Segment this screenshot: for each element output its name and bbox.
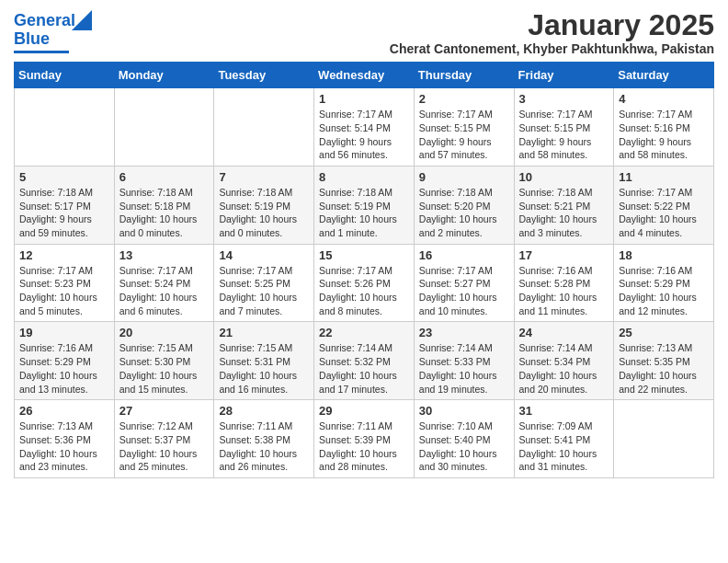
day-info: Sunrise: 7:14 AM Sunset: 5:33 PM Dayligh… [419,341,509,396]
table-cell: 30Sunrise: 7:10 AM Sunset: 5:40 PM Dayli… [414,400,514,478]
title-block: January 2025 Cherat Cantonement, Khyber … [390,9,714,56]
table-cell: 4Sunrise: 7:17 AM Sunset: 5:16 PM Daylig… [614,88,714,167]
day-info: Sunrise: 7:18 AM Sunset: 5:17 PM Dayligh… [19,186,109,240]
table-cell [214,88,314,167]
day-number: 8 [319,170,409,184]
header-friday: Friday [514,63,614,88]
day-info: Sunrise: 7:17 AM Sunset: 5:22 PM Dayligh… [619,186,709,240]
calendar-title: January 2025 [390,9,714,41]
day-info: Sunrise: 7:18 AM Sunset: 5:19 PM Dayligh… [219,186,309,240]
day-number: 3 [519,92,609,106]
day-number: 17 [519,248,609,262]
table-cell: 17Sunrise: 7:16 AM Sunset: 5:28 PM Dayli… [514,244,614,322]
header-thursday: Thursday [414,63,514,88]
day-info: Sunrise: 7:11 AM Sunset: 5:38 PM Dayligh… [219,419,309,474]
table-cell [15,88,115,167]
day-info: Sunrise: 7:10 AM Sunset: 5:40 PM Dayligh… [419,419,509,474]
table-cell: 1Sunrise: 7:17 AM Sunset: 5:14 PM Daylig… [314,88,415,167]
table-cell: 8Sunrise: 7:18 AM Sunset: 5:19 PM Daylig… [314,166,415,244]
table-cell: 2Sunrise: 7:17 AM Sunset: 5:15 PM Daylig… [414,88,514,167]
day-number: 14 [219,248,309,262]
day-info: Sunrise: 7:13 AM Sunset: 5:35 PM Dayligh… [619,341,709,396]
day-info: Sunrise: 7:09 AM Sunset: 5:41 PM Dayligh… [519,419,609,474]
header-tuesday: Tuesday [214,63,314,88]
day-number: 24 [519,326,609,339]
table-cell: 20Sunrise: 7:15 AM Sunset: 5:30 PM Dayli… [114,322,214,400]
table-cell: 21Sunrise: 7:15 AM Sunset: 5:31 PM Dayli… [214,322,314,400]
table-cell: 5Sunrise: 7:18 AM Sunset: 5:17 PM Daylig… [15,166,115,244]
day-number: 7 [219,170,309,184]
day-info: Sunrise: 7:15 AM Sunset: 5:31 PM Dayligh… [219,341,309,396]
day-number: 9 [419,170,509,184]
day-info: Sunrise: 7:15 AM Sunset: 5:30 PM Dayligh… [119,341,210,396]
day-number: 27 [119,404,210,418]
day-number: 18 [619,248,709,262]
day-number: 5 [19,170,109,184]
calendar-table: Sunday Monday Tuesday Wednesday Thursday… [14,62,714,478]
day-info: Sunrise: 7:12 AM Sunset: 5:37 PM Dayligh… [119,419,210,474]
header-sunday: Sunday [15,63,115,88]
table-cell: 15Sunrise: 7:17 AM Sunset: 5:26 PM Dayli… [314,244,415,322]
day-info: Sunrise: 7:11 AM Sunset: 5:39 PM Dayligh… [319,419,409,474]
day-info: Sunrise: 7:17 AM Sunset: 5:15 PM Dayligh… [419,108,509,162]
day-info: Sunrise: 7:13 AM Sunset: 5:36 PM Dayligh… [19,419,109,474]
table-cell: 11Sunrise: 7:17 AM Sunset: 5:22 PM Dayli… [614,166,714,244]
day-number: 15 [319,248,409,262]
day-info: Sunrise: 7:14 AM Sunset: 5:34 PM Dayligh… [519,341,609,396]
day-number: 19 [19,326,109,339]
day-number: 12 [19,248,109,262]
day-number: 30 [419,404,509,418]
day-number: 21 [219,326,309,339]
table-cell: 27Sunrise: 7:12 AM Sunset: 5:37 PM Dayli… [114,400,214,478]
day-number: 26 [19,404,109,418]
day-info: Sunrise: 7:17 AM Sunset: 5:24 PM Dayligh… [119,264,210,318]
logo-line [14,51,69,53]
day-info: Sunrise: 7:18 AM Sunset: 5:18 PM Dayligh… [119,186,210,240]
day-number: 11 [619,170,709,184]
day-number: 23 [419,326,509,339]
table-cell: 14Sunrise: 7:17 AM Sunset: 5:25 PM Dayli… [214,244,314,322]
table-cell: 29Sunrise: 7:11 AM Sunset: 5:39 PM Dayli… [314,400,415,478]
table-cell: 18Sunrise: 7:16 AM Sunset: 5:29 PM Dayli… [614,244,714,322]
header-wednesday: Wednesday [314,63,415,88]
table-cell [114,88,214,167]
day-info: Sunrise: 7:17 AM Sunset: 5:14 PM Dayligh… [319,108,409,162]
week-row-1: 5Sunrise: 7:18 AM Sunset: 5:17 PM Daylig… [15,166,714,244]
logo: General Blue [14,12,92,53]
day-info: Sunrise: 7:16 AM Sunset: 5:29 PM Dayligh… [19,341,109,396]
week-row-2: 12Sunrise: 7:17 AM Sunset: 5:23 PM Dayli… [15,244,714,322]
day-number: 10 [519,170,609,184]
logo-icon [72,10,92,30]
day-number: 13 [119,248,210,262]
page-header: General Blue January 2025 Cherat Cantone… [14,9,714,56]
day-number: 2 [419,92,509,106]
day-number: 1 [319,92,409,106]
table-cell: 9Sunrise: 7:18 AM Sunset: 5:20 PM Daylig… [414,166,514,244]
svg-marker-0 [72,10,92,30]
table-cell: 24Sunrise: 7:14 AM Sunset: 5:34 PM Dayli… [514,322,614,400]
day-info: Sunrise: 7:18 AM Sunset: 5:19 PM Dayligh… [319,186,409,240]
day-info: Sunrise: 7:17 AM Sunset: 5:25 PM Dayligh… [219,264,309,318]
day-number: 16 [419,248,509,262]
day-info: Sunrise: 7:16 AM Sunset: 5:29 PM Dayligh… [619,264,709,318]
table-cell: 16Sunrise: 7:17 AM Sunset: 5:27 PM Dayli… [414,244,514,322]
header-saturday: Saturday [614,63,714,88]
day-info: Sunrise: 7:17 AM Sunset: 5:27 PM Dayligh… [419,264,509,318]
day-number: 20 [119,326,210,339]
week-row-0: 1Sunrise: 7:17 AM Sunset: 5:14 PM Daylig… [15,88,714,167]
day-number: 28 [219,404,309,418]
table-cell: 13Sunrise: 7:17 AM Sunset: 5:24 PM Dayli… [114,244,214,322]
day-info: Sunrise: 7:17 AM Sunset: 5:15 PM Dayligh… [519,108,609,162]
table-cell: 3Sunrise: 7:17 AM Sunset: 5:15 PM Daylig… [514,88,614,167]
week-row-4: 26Sunrise: 7:13 AM Sunset: 5:36 PM Dayli… [15,400,714,478]
table-cell: 25Sunrise: 7:13 AM Sunset: 5:35 PM Dayli… [614,322,714,400]
weekday-header-row: Sunday Monday Tuesday Wednesday Thursday… [15,63,714,88]
table-cell: 23Sunrise: 7:14 AM Sunset: 5:33 PM Dayli… [414,322,514,400]
table-cell: 22Sunrise: 7:14 AM Sunset: 5:32 PM Dayli… [314,322,415,400]
table-cell: 19Sunrise: 7:16 AM Sunset: 5:29 PM Dayli… [15,322,115,400]
day-number: 6 [119,170,210,184]
table-cell [614,400,714,478]
day-number: 29 [319,404,409,418]
day-info: Sunrise: 7:18 AM Sunset: 5:21 PM Dayligh… [519,186,609,240]
day-info: Sunrise: 7:18 AM Sunset: 5:20 PM Dayligh… [419,186,509,240]
